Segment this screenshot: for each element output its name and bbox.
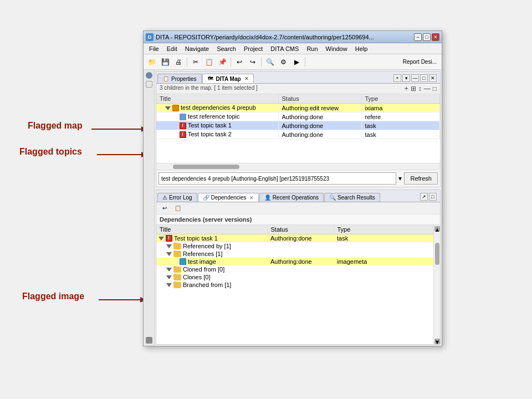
- dep-toolbar-btn-1[interactable]: ↩: [158, 202, 171, 214]
- tab-error-log[interactable]: ⚠ Error Log: [157, 193, 197, 202]
- sidebar-icon-1[interactable]: [146, 72, 152, 79]
- tab-action-menu[interactable]: ▾: [402, 74, 410, 82]
- tab-dependencies[interactable]: 🔗 Dependencies ✕: [198, 193, 259, 202]
- dependencies-tab-close[interactable]: ✕: [249, 195, 254, 201]
- tab-action-new[interactable]: +: [393, 74, 401, 82]
- tab-action-close[interactable]: ✕: [429, 74, 437, 82]
- bottom-tab-action-2[interactable]: □: [429, 193, 437, 201]
- table-row[interactable]: test reference topicAuthoring:donerefere: [156, 112, 440, 121]
- menu-file[interactable]: File: [146, 44, 162, 53]
- toolbar-btn-11[interactable]: ▶: [290, 56, 303, 68]
- dep-row-status: Authoring:done: [267, 258, 334, 265]
- header-action-3[interactable]: ↕: [418, 85, 422, 93]
- list-item[interactable]: References [1]: [156, 250, 433, 258]
- list-item[interactable]: Test topic task 1Authoring:donetask: [156, 234, 433, 242]
- tab-properties[interactable]: 📋 Properties: [157, 74, 202, 83]
- menu-edit[interactable]: Edit: [163, 44, 181, 53]
- menu-search[interactable]: Search: [213, 44, 239, 53]
- list-item[interactable]: Referenced by [1]: [156, 242, 433, 250]
- menu-bar: File Edit Navigate Search Project DITA C…: [144, 43, 442, 54]
- menu-project[interactable]: Project: [241, 44, 266, 53]
- dep-row-title: Branched from [1]: [156, 282, 267, 288]
- toolbar-sep-2: [231, 57, 231, 67]
- list-item[interactable]: Branched from [1]: [156, 281, 433, 289]
- tab-recent-ops[interactable]: 👤 Recent Operations: [259, 193, 324, 202]
- dropdown-arrow[interactable]: ▾: [398, 175, 402, 182]
- h-scrollbar[interactable]: [156, 163, 440, 170]
- app-icon: D: [146, 33, 154, 41]
- dep-toolbar-btn-2[interactable]: 📋: [172, 202, 184, 214]
- toolbar-btn-6[interactable]: 📌: [216, 56, 228, 68]
- v-scroll-up[interactable]: ▲: [434, 226, 440, 232]
- list-item[interactable]: Cloned from [0]: [156, 265, 433, 273]
- menu-navigate[interactable]: Navigate: [182, 44, 212, 53]
- refresh-button[interactable]: Refresh: [404, 172, 438, 185]
- dita-map-table: Title Status Type test dependencies 4 pr…: [156, 94, 440, 139]
- table-row[interactable]: test dependencies 4 prepubAuthoring:edit…: [156, 104, 440, 112]
- list-item[interactable]: test imageAuthoring:doneimagemeta: [156, 258, 433, 265]
- tab-action-min[interactable]: —: [411, 74, 419, 82]
- header-action-2[interactable]: ⊞: [411, 85, 416, 93]
- panels-area: 📋 Properties 🗺 DITA Map ✕ + ▾ — □ ✕: [155, 70, 442, 346]
- tab-search-results[interactable]: 🔍 Search Results: [324, 193, 380, 202]
- toolbar-btn-5[interactable]: 📋: [203, 56, 215, 68]
- dep-row-type: imagemeta: [334, 258, 433, 265]
- dep-row-title: Referenced by [1]: [156, 243, 267, 249]
- dep-col-title: Title: [156, 225, 267, 234]
- sidebar-icon-2[interactable]: [146, 81, 152, 88]
- flagged-image-label: Flagged image: [22, 291, 84, 301]
- toolbar-sep-1: [187, 57, 187, 67]
- v-scroll-down[interactable]: ▼: [434, 339, 440, 344]
- dita-map-panel: 📋 Properties 🗺 DITA Map ✕ + ▾ — □ ✕: [156, 71, 441, 187]
- header-action-5[interactable]: □: [433, 85, 437, 93]
- row-type: refere: [361, 112, 440, 121]
- toolbar-btn-1[interactable]: 📁: [146, 56, 158, 68]
- sidebar-icon-3[interactable]: [146, 337, 152, 344]
- dep-row-title-text: Referenced by [1]: [183, 243, 231, 249]
- toolbar-btn-8[interactable]: ↪: [247, 56, 259, 68]
- menu-dita-cms[interactable]: DITA CMS: [267, 44, 302, 53]
- toolbar-btn-2[interactable]: 💾: [159, 56, 171, 68]
- tab-action-max[interactable]: □: [420, 74, 428, 82]
- v-scroll-thumb[interactable]: [435, 243, 439, 265]
- recent-ops-tab-label: Recent Operations: [273, 195, 319, 201]
- bottom-tab-action-1[interactable]: ↗: [420, 193, 428, 201]
- minimize-button[interactable]: −: [414, 33, 422, 41]
- header-action-4[interactable]: —: [424, 85, 431, 93]
- properties-tab-icon: 📋: [162, 75, 169, 82]
- menu-help[interactable]: Help: [352, 44, 371, 53]
- toolbar-btn-7[interactable]: ↩: [233, 56, 245, 68]
- map-path-dropdown[interactable]: [158, 172, 396, 185]
- toolbar-btn-10[interactable]: ⚙: [277, 56, 289, 68]
- list-item[interactable]: Clones [0]: [156, 273, 433, 281]
- tab-dita-map[interactable]: 🗺 DITA Map ✕: [202, 74, 254, 83]
- toolbar-btn-3[interactable]: 🖨: [172, 56, 185, 68]
- dita-map-table-scroll[interactable]: Title Status Type test dependencies 4 pr…: [156, 94, 440, 163]
- v-scrollbar[interactable]: ▲ ▼: [433, 225, 440, 344]
- maximize-button[interactable]: □: [423, 33, 431, 41]
- recent-ops-tab-icon: 👤: [264, 195, 271, 201]
- top-panel-tab-actions: + ▾ — □ ✕: [393, 74, 439, 83]
- dep-row-title: test image: [156, 258, 267, 265]
- toolbar-btn-4[interactable]: ✂: [190, 56, 202, 68]
- dependencies-tab-label: Dependencies: [211, 195, 247, 201]
- menu-run[interactable]: Run: [303, 44, 321, 53]
- header-action-1[interactable]: +: [405, 85, 408, 93]
- row-title: test dependencies 4 prepub: [156, 104, 278, 112]
- flagged-map-arrow: [91, 129, 147, 130]
- h-scroll-thumb[interactable]: [173, 165, 239, 169]
- dep-tree-scroll[interactable]: Test topic task 1Authoring:donetaskRefer…: [156, 234, 433, 344]
- error-log-tab-label: Error Log: [169, 195, 192, 201]
- close-button[interactable]: ✕: [432, 33, 439, 41]
- toolbar-btn-9[interactable]: 🔍: [264, 56, 276, 68]
- menu-window[interactable]: Window: [323, 44, 351, 53]
- table-row[interactable]: Test topic task 1Authoring:donetask: [156, 121, 440, 130]
- ide-window: D DITA - REPOSITORY/periardy/docix/d4dox…: [143, 30, 442, 346]
- dep-row-title-text: Test topic task 1: [174, 235, 218, 242]
- search-results-tab-label: Search Results: [337, 195, 375, 201]
- col-title-header: Title: [156, 94, 278, 104]
- table-row[interactable]: Test topic task 2Authoring:donetask: [156, 130, 440, 139]
- row-type: task: [361, 130, 440, 139]
- dita-map-tab-close[interactable]: ✕: [244, 76, 249, 81]
- toolbar-report-designer[interactable]: Report Desi...: [400, 56, 439, 68]
